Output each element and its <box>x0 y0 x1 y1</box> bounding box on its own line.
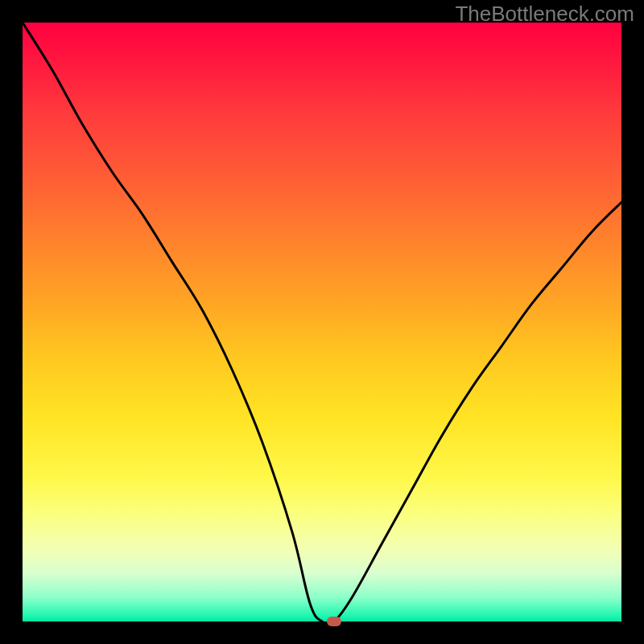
bottleneck-curve-path <box>23 23 621 621</box>
chart-marker-dot <box>327 617 341 626</box>
chart-curve-svg <box>23 23 621 621</box>
chart-plot-area <box>23 23 621 621</box>
watermark-text: TheBottleneck.com <box>455 2 634 27</box>
